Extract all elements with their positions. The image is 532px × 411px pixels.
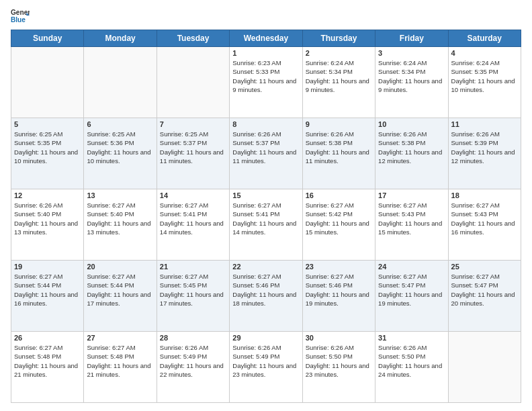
day-number: 7 bbox=[160, 120, 226, 128]
day-number: 19 bbox=[14, 263, 81, 271]
day-number: 25 bbox=[451, 263, 518, 271]
day-number: 4 bbox=[451, 49, 518, 57]
weekday-header-saturday: Saturday bbox=[448, 30, 521, 47]
day-number: 1 bbox=[232, 49, 299, 57]
calendar: SundayMondayTuesdayWednesdayThursdayFrid… bbox=[11, 30, 521, 403]
calendar-cell: 30Sunrise: 6:26 AMSunset: 5:50 PMDayligh… bbox=[302, 332, 375, 403]
day-info: Sunrise: 6:26 AMSunset: 5:37 PMDaylight:… bbox=[232, 130, 299, 165]
day-number: 2 bbox=[306, 49, 372, 57]
day-number: 20 bbox=[87, 263, 153, 271]
day-number: 28 bbox=[160, 334, 226, 342]
calendar-cell: 16Sunrise: 6:27 AMSunset: 5:42 PMDayligh… bbox=[302, 189, 375, 261]
calendar-cell: 10Sunrise: 6:26 AMSunset: 5:38 PMDayligh… bbox=[375, 118, 448, 189]
day-number: 6 bbox=[87, 120, 153, 128]
weekday-header-tuesday: Tuesday bbox=[157, 30, 229, 47]
calendar-cell: 5Sunrise: 6:25 AMSunset: 5:35 PMDaylight… bbox=[11, 118, 84, 189]
day-number: 31 bbox=[378, 334, 445, 342]
calendar-cell: 17Sunrise: 6:27 AMSunset: 5:43 PMDayligh… bbox=[375, 189, 448, 261]
weekday-header-thursday: Thursday bbox=[302, 30, 375, 47]
day-info: Sunrise: 6:25 AMSunset: 5:36 PMDaylight:… bbox=[87, 130, 153, 165]
day-number: 17 bbox=[378, 191, 445, 199]
day-info: Sunrise: 6:26 AMSunset: 5:49 PMDaylight:… bbox=[232, 343, 299, 379]
day-info: Sunrise: 6:27 AMSunset: 5:44 PMDaylight:… bbox=[87, 272, 153, 308]
calendar-week-2: 5Sunrise: 6:25 AMSunset: 5:35 PMDaylight… bbox=[11, 118, 521, 189]
day-number: 23 bbox=[306, 263, 372, 271]
day-info: Sunrise: 6:24 AMSunset: 5:35 PMDaylight:… bbox=[451, 58, 518, 94]
day-info: Sunrise: 6:27 AMSunset: 5:44 PMDaylight:… bbox=[14, 272, 81, 308]
day-number: 13 bbox=[87, 191, 153, 199]
day-number: 26 bbox=[14, 334, 81, 342]
day-info: Sunrise: 6:26 AMSunset: 5:50 PMDaylight:… bbox=[378, 343, 445, 379]
weekday-header-row: SundayMondayTuesdayWednesdayThursdayFrid… bbox=[11, 30, 521, 47]
calendar-cell bbox=[11, 47, 84, 118]
day-number: 8 bbox=[232, 120, 299, 128]
page: General Blue SundayMondayTuesdayWednesda… bbox=[0, 0, 532, 411]
calendar-cell bbox=[157, 47, 229, 118]
day-number: 12 bbox=[14, 191, 81, 199]
day-info: Sunrise: 6:26 AMSunset: 5:38 PMDaylight:… bbox=[378, 130, 445, 165]
calendar-week-5: 26Sunrise: 6:27 AMSunset: 5:48 PMDayligh… bbox=[11, 332, 521, 403]
calendar-cell bbox=[448, 332, 521, 403]
calendar-cell: 21Sunrise: 6:27 AMSunset: 5:45 PMDayligh… bbox=[157, 261, 229, 332]
calendar-week-3: 12Sunrise: 6:26 AMSunset: 5:40 PMDayligh… bbox=[11, 189, 521, 261]
calendar-cell: 26Sunrise: 6:27 AMSunset: 5:48 PMDayligh… bbox=[11, 332, 84, 403]
calendar-cell: 18Sunrise: 6:27 AMSunset: 5:43 PMDayligh… bbox=[448, 189, 521, 261]
header: General Blue bbox=[11, 8, 521, 24]
svg-text:Blue: Blue bbox=[11, 16, 26, 24]
day-number: 5 bbox=[14, 120, 81, 128]
calendar-cell: 7Sunrise: 6:25 AMSunset: 5:37 PMDaylight… bbox=[157, 118, 229, 189]
calendar-cell: 28Sunrise: 6:26 AMSunset: 5:49 PMDayligh… bbox=[157, 332, 229, 403]
calendar-cell: 3Sunrise: 6:24 AMSunset: 5:34 PMDaylight… bbox=[375, 47, 448, 118]
day-info: Sunrise: 6:27 AMSunset: 5:42 PMDaylight:… bbox=[306, 201, 372, 236]
logo: General Blue bbox=[11, 8, 31, 24]
day-number: 18 bbox=[451, 191, 518, 199]
weekday-header-friday: Friday bbox=[375, 30, 448, 47]
calendar-cell: 8Sunrise: 6:26 AMSunset: 5:37 PMDaylight… bbox=[230, 118, 302, 189]
weekday-header-monday: Monday bbox=[84, 30, 157, 47]
calendar-cell: 13Sunrise: 6:27 AMSunset: 5:40 PMDayligh… bbox=[84, 189, 157, 261]
day-info: Sunrise: 6:25 AMSunset: 5:35 PMDaylight:… bbox=[14, 130, 81, 165]
calendar-week-4: 19Sunrise: 6:27 AMSunset: 5:44 PMDayligh… bbox=[11, 261, 521, 332]
calendar-cell: 9Sunrise: 6:26 AMSunset: 5:38 PMDaylight… bbox=[302, 118, 375, 189]
day-info: Sunrise: 6:23 AMSunset: 5:33 PMDaylight:… bbox=[232, 58, 299, 94]
day-number: 10 bbox=[378, 120, 445, 128]
day-number: 22 bbox=[232, 263, 299, 271]
calendar-cell: 23Sunrise: 6:27 AMSunset: 5:46 PMDayligh… bbox=[302, 261, 375, 332]
day-info: Sunrise: 6:26 AMSunset: 5:50 PMDaylight:… bbox=[306, 343, 372, 379]
weekday-header-sunday: Sunday bbox=[11, 30, 84, 47]
day-info: Sunrise: 6:27 AMSunset: 5:48 PMDaylight:… bbox=[14, 343, 81, 379]
day-number: 15 bbox=[232, 191, 299, 199]
calendar-cell: 1Sunrise: 6:23 AMSunset: 5:33 PMDaylight… bbox=[230, 47, 302, 118]
calendar-cell: 22Sunrise: 6:27 AMSunset: 5:46 PMDayligh… bbox=[230, 261, 302, 332]
day-info: Sunrise: 6:27 AMSunset: 5:41 PMDaylight:… bbox=[160, 201, 226, 236]
day-number: 21 bbox=[160, 263, 226, 271]
day-info: Sunrise: 6:26 AMSunset: 5:39 PMDaylight:… bbox=[451, 130, 518, 165]
day-number: 30 bbox=[306, 334, 372, 342]
logo-icon: General Blue bbox=[11, 8, 30, 24]
day-info: Sunrise: 6:26 AMSunset: 5:40 PMDaylight:… bbox=[14, 201, 81, 236]
calendar-cell: 4Sunrise: 6:24 AMSunset: 5:35 PMDaylight… bbox=[448, 47, 521, 118]
day-info: Sunrise: 6:27 AMSunset: 5:45 PMDaylight:… bbox=[160, 272, 226, 308]
calendar-cell: 20Sunrise: 6:27 AMSunset: 5:44 PMDayligh… bbox=[84, 261, 157, 332]
day-info: Sunrise: 6:27 AMSunset: 5:41 PMDaylight:… bbox=[232, 201, 299, 236]
day-number: 11 bbox=[451, 120, 518, 128]
calendar-cell: 19Sunrise: 6:27 AMSunset: 5:44 PMDayligh… bbox=[11, 261, 84, 332]
calendar-cell: 2Sunrise: 6:24 AMSunset: 5:34 PMDaylight… bbox=[302, 47, 375, 118]
day-info: Sunrise: 6:27 AMSunset: 5:48 PMDaylight:… bbox=[87, 343, 153, 379]
day-info: Sunrise: 6:27 AMSunset: 5:47 PMDaylight:… bbox=[451, 272, 518, 308]
day-info: Sunrise: 6:24 AMSunset: 5:34 PMDaylight:… bbox=[378, 58, 445, 94]
calendar-cell: 24Sunrise: 6:27 AMSunset: 5:47 PMDayligh… bbox=[375, 261, 448, 332]
day-info: Sunrise: 6:27 AMSunset: 5:40 PMDaylight:… bbox=[87, 201, 153, 236]
calendar-cell: 27Sunrise: 6:27 AMSunset: 5:48 PMDayligh… bbox=[84, 332, 157, 403]
calendar-cell bbox=[84, 47, 157, 118]
calendar-cell: 29Sunrise: 6:26 AMSunset: 5:49 PMDayligh… bbox=[230, 332, 302, 403]
calendar-cell: 11Sunrise: 6:26 AMSunset: 5:39 PMDayligh… bbox=[448, 118, 521, 189]
calendar-week-1: 1Sunrise: 6:23 AMSunset: 5:33 PMDaylight… bbox=[11, 47, 521, 118]
day-number: 24 bbox=[378, 263, 445, 271]
weekday-header-wednesday: Wednesday bbox=[230, 30, 302, 47]
day-info: Sunrise: 6:27 AMSunset: 5:43 PMDaylight:… bbox=[378, 201, 445, 236]
day-number: 16 bbox=[306, 191, 372, 199]
day-info: Sunrise: 6:24 AMSunset: 5:34 PMDaylight:… bbox=[306, 58, 372, 94]
calendar-cell: 25Sunrise: 6:27 AMSunset: 5:47 PMDayligh… bbox=[448, 261, 521, 332]
day-info: Sunrise: 6:26 AMSunset: 5:38 PMDaylight:… bbox=[306, 130, 372, 165]
